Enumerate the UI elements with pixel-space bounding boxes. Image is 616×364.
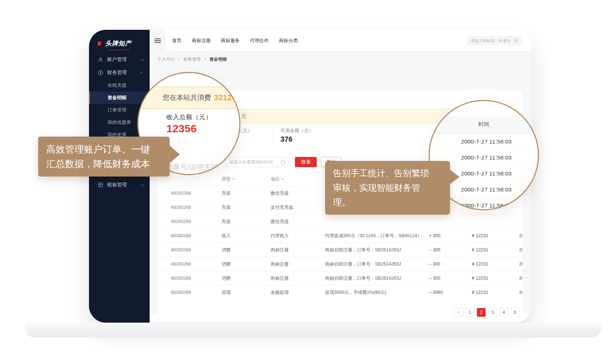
cell-amount: – 300: [429, 262, 440, 267]
sort-caret-icon: [232, 178, 235, 181]
table-row: 48330268 消费 商标注册 商标自助注册，订单号：SB2514263J –…: [157, 243, 522, 257]
sidebar-item-fund-detail[interactable]: 资金明细: [89, 92, 150, 104]
cell-order: 48330268: [171, 262, 191, 267]
page-button-4[interactable]: 4: [499, 308, 508, 317]
sort-project-header[interactable]: 项目: [271, 176, 284, 182]
cell-project: 商标注册: [271, 275, 289, 282]
cell-project: 商标注册: [271, 247, 289, 253]
nav-item-trademark-register[interactable]: 商标注册: [192, 37, 211, 44]
cell-order: 48330268: [171, 219, 191, 224]
callout-right-line: 审核，实现智能财务管: [333, 181, 442, 195]
breadcrumb-current: 资金明细: [209, 57, 227, 62]
cell-type: 提现: [222, 290, 231, 296]
cell-type: 收入: [222, 233, 231, 239]
sidebar-item-finance[interactable]: 财务管理: [89, 66, 150, 79]
breadcrumb-finance[interactable]: 财务管理: [183, 57, 201, 62]
callout-right: 告别手工统计、告别繁琐 审核，实现智能财务管 理。: [325, 161, 450, 215]
nav-item-home[interactable]: 首页: [172, 37, 182, 44]
sidebar-item-label: 账户管理: [107, 56, 127, 63]
balance-label: 可用余额（元）: [280, 128, 313, 134]
top-bar: 首页 商标注册 商标服务 代理合作 商标分类: [150, 30, 531, 52]
cell-order: 48330268: [171, 191, 191, 196]
brand-logo: 头牌知产: [97, 39, 131, 48]
cell-type: 消费: [222, 247, 231, 253]
hamburger-menu-button[interactable]: [150, 30, 166, 52]
callout-left: 高效管理账户订单、一键 汇总数据，降低财务成本: [38, 137, 170, 177]
chevron-up-icon: [139, 71, 143, 75]
cell-desc: 提现3000元，手续费2%(60元): [325, 290, 386, 296]
breadcrumb-home[interactable]: 个人中心: [157, 57, 175, 62]
cell-order: 48330268: [171, 290, 191, 295]
table-row: 48330268 收入 代理收入 代理提成300元（ID:1245，订单号：SB…: [157, 228, 522, 243]
page-button-5[interactable]: 5: [511, 308, 519, 317]
trademark-search-input[interactable]: [467, 36, 522, 45]
magnified-time-row: 2000-7-27 11:58:03: [429, 134, 539, 150]
cell-balance: ¥ 12231: [472, 262, 488, 267]
callout-arrow-right-icon: [450, 170, 459, 184]
callout-left-line: 汇总数据，降低财务成本: [46, 157, 162, 171]
table-row: 48330268 消费 商标注册 商标自助注册，订单号：SB2514263J –…: [157, 257, 522, 271]
cell-time: 2000-7-27 11:58:03: [519, 247, 522, 252]
sidebar-item-template[interactable]: 模板管理: [89, 178, 150, 191]
callout-right-line: 告别手工统计、告别繁琐: [333, 166, 442, 181]
cell-order: 48330268: [171, 247, 191, 252]
cell-type: 充值: [222, 205, 231, 211]
cell-desc: 商标自助注册，订单号：SB2514263J: [325, 275, 401, 282]
cell-order: 48330268: [171, 233, 191, 238]
cell-project: 代理收入: [271, 233, 289, 239]
sort-caret-icon: [281, 178, 284, 181]
sidebar-item-online-recharge[interactable]: 在线充值: [89, 79, 150, 92]
page: 头牌知产 账户管理 财务管理 在线充值 资金明细 订单管理 我的优惠券 我的: [0, 0, 616, 364]
sidebar-item-account[interactable]: 账户管理: [89, 53, 150, 66]
search-button[interactable]: 搜索: [295, 157, 317, 167]
page-button-2-active[interactable]: 2: [477, 308, 486, 317]
cell-type: 充值: [222, 219, 231, 225]
cell-balance: ¥ 12231: [472, 290, 488, 295]
cell-project: 余额提现: [271, 290, 289, 296]
cell-desc: 商标自助注册，订单号：SB2514263J: [325, 261, 401, 267]
calendar-icon[interactable]: [281, 160, 285, 165]
prev-page-button[interactable]: <: [454, 308, 463, 317]
stat-divider: [272, 126, 273, 143]
brand-name: 头牌知产: [105, 39, 131, 48]
breadcrumb: 个人中心 > 财务管理 > 资金明细: [157, 56, 227, 62]
nav-item-trademark-category[interactable]: 商标分类: [279, 37, 298, 44]
nav-item-trademark-service[interactable]: 商标服务: [221, 37, 240, 44]
callout-arrow-right-icon: [170, 146, 180, 163]
callout-left-line: 高效管理账户订单、一键: [46, 142, 162, 157]
cell-amount: – 3060: [429, 290, 443, 295]
pagination: < 1 2 3 4 5: [454, 308, 519, 317]
cell-time: 2000-7-27 11:58:03: [519, 262, 522, 267]
cell-balance: ¥ 12231: [472, 233, 488, 238]
table-row: 48330268 消费 商标注册 商标自助注册，订单号：SB2514263J –…: [157, 271, 522, 285]
magnified-income-label: 收入总额（元）: [166, 113, 212, 121]
hamburger-icon: [154, 40, 161, 41]
sort-type-header[interactable]: 类型: [222, 176, 235, 182]
balance-value: 376: [280, 135, 292, 143]
template-icon: [98, 182, 104, 188]
cell-order: 48330268: [171, 205, 191, 210]
laptop-base: [25, 323, 601, 337]
sidebar-item-label: 财务管理: [107, 69, 127, 76]
date-query-input[interactable]: [225, 157, 288, 167]
chevron-down-icon: [141, 57, 144, 61]
breadcrumb-separator: >: [204, 57, 206, 62]
cell-balance: ¥ 12231: [472, 276, 488, 281]
cell-desc: 商标自助注册，订单号：SB2514263J: [325, 247, 401, 253]
user-icon: [98, 57, 104, 62]
cell-project: 支付宝充值: [271, 205, 293, 211]
notice-unit: 元: [241, 113, 246, 120]
magnified-notice: 您在本站共消费 32124: [137, 86, 240, 109]
nav-item-agent-coop[interactable]: 代理合作: [250, 37, 269, 44]
sidebar-item-label: 模板管理: [107, 182, 127, 188]
page-button-1[interactable]: 1: [466, 308, 474, 317]
page-button-3[interactable]: 3: [488, 308, 497, 317]
breadcrumb-separator: >: [178, 57, 180, 62]
cell-project: 微信充值: [271, 219, 289, 225]
table-row: 48330268 充值 微信充值: [157, 214, 522, 228]
magnified-time-header: 时间: [429, 116, 539, 134]
cell-type: 消费: [222, 275, 231, 282]
cell-project: 微信充值: [271, 190, 289, 197]
table-row: 48330268 提现 余额提现 提现3000元，手续费2%(60元) – 30…: [157, 285, 522, 299]
magnified-income-value: 12356: [166, 122, 196, 135]
